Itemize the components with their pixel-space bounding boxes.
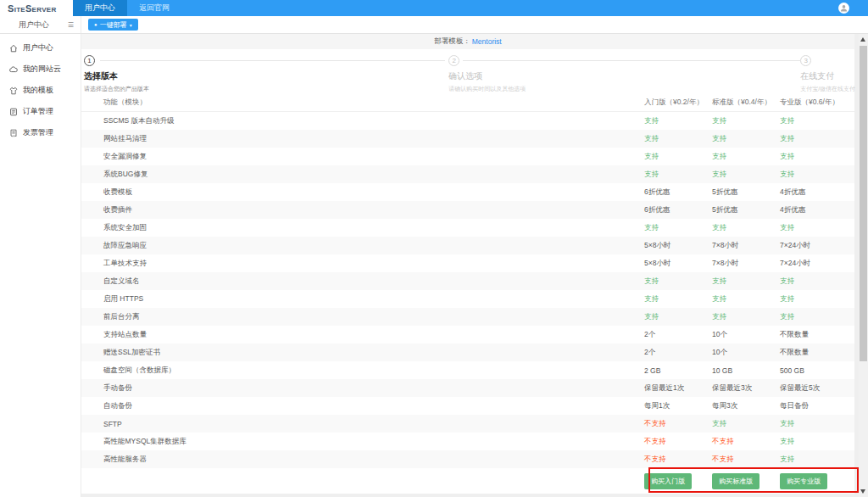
table-row: 系统安全加固支持支持支持 [81,219,854,237]
menu-icon[interactable]: ☰ [68,21,74,29]
feature-value: 支持 [775,437,843,447]
step-subtitle: 请选择适合您的产品版本 [84,85,149,93]
table-row: 手动备份保留最近1次保留最近3次保留最近5次 [81,379,854,397]
feature-value: 支持 [775,455,843,465]
feature-name: 支持站点数量 [81,330,639,340]
user-avatar[interactable] [838,3,849,14]
feature-name: 自定义域名 [81,276,639,287]
table-row: 高性能服务器不支持不支持支持 [81,450,854,468]
table-row: 收费插件6折优惠5折优惠4折优惠 [81,201,854,219]
feature-value: 10个 [707,330,775,340]
scrollbar-thumb[interactable] [860,46,867,361]
table-row: 网站挂马清理支持支持支持 [81,130,854,148]
home-icon [9,44,18,53]
table-row: 高性能MYSQL集群数据库不支持不支持支持 [81,433,854,450]
feature-value: 支持 [775,170,843,180]
table-row: 故障应急响应5×8小时7×8小时7×24小时 [81,237,854,254]
feature-name: 前后台分离 [81,312,639,322]
step-1: 1选择版本请选择适合您的产品版本 [84,55,149,93]
feature-value: 支持 [707,312,775,322]
step-title: 选择版本 [84,70,149,82]
stepper-line [100,60,445,61]
feature-value: 支持 [639,312,707,322]
page-content: 部署模板： Mentorist 1选择版本请选择适合您的产品版本2确认选项请确认… [81,34,859,497]
feature-value: 5折优惠 [707,187,775,198]
feature-value: 支持 [707,170,775,180]
buy-button[interactable]: 购买入门版 [644,473,692,489]
chevron-down-icon: ▾ [130,22,132,28]
feature-value: 每周1次 [639,401,707,411]
feature-value: 支持 [707,419,775,429]
feature-value: 支持 [707,276,775,287]
feature-value: 5折优惠 [707,205,775,215]
plan-column-header: 标准版（¥0.4/年） [707,98,775,108]
table-row: 磁盘空间（含数据库）2 GB10 GB500 GB [81,361,854,379]
sidebar: 用户中心我的网站云我的模板订单管理发票管理 [0,34,81,497]
feature-name: 网站挂马清理 [81,134,639,144]
deploy-dot-icon: ● [94,22,97,27]
feature-name: 高性能MYSQL集群数据库 [81,437,639,447]
step-subtitle: 支付宝/微信在线支付 [800,85,855,93]
feature-value: 保留最近1次 [639,383,707,394]
buy-button-cell: 购买专业版 [775,473,843,489]
feature-value: 支持 [639,294,707,304]
feature-value: 不限数量 [775,330,843,340]
sidebar-title: 用户中心 [19,20,49,31]
plan-column-header: 专业版（¥0.6/年） [775,98,843,108]
deploy-template-notice: 部署模板： Mentorist [81,34,854,49]
table-row: 支持站点数量2个10个不限数量 [81,326,854,343]
template-link[interactable]: Mentorist [472,37,502,46]
buy-button-cell: 购买标准版 [707,473,775,489]
feature-value: 不限数量 [775,348,843,358]
feature-name: 启用 HTTPS [81,294,639,304]
feature-value: 不支持 [639,419,707,429]
scroll-up-icon[interactable] [860,37,865,42]
feature-value: 支持 [775,294,843,304]
feature-name: SFTP [81,420,639,428]
orders-icon [9,108,18,116]
feature-value: 支持 [775,152,843,162]
feature-value: 每日备份 [775,401,843,411]
table-row: 工单技术支持5×8小时7×8小时7×24小时 [81,254,854,272]
siteserver-logo: SiteServer [8,3,57,14]
step-2: 2确认选项请确认购买时间以及其他选项 [448,55,526,93]
feature-column-header: 功能（模块） [81,98,639,108]
feature-value: 10 GB [707,366,775,375]
feature-value: 2个 [639,330,707,340]
sidebar-item-我的模板[interactable]: 我的模板 [0,80,81,101]
feature-name: 系统安全加固 [81,223,639,233]
feature-value: 500 GB [775,366,843,375]
header-tab[interactable]: 用户中心 [73,0,127,16]
sidebar-item-发票管理[interactable]: 发票管理 [0,122,81,143]
main-area: 用户中心我的网站云我的模板订单管理发票管理 部署模板： Mentorist 1选… [0,34,868,497]
feature-value: 不支持 [639,437,707,447]
sidebar-item-用户中心[interactable]: 用户中心 [0,37,81,59]
feature-value: 支持 [775,223,843,233]
vertical-scrollbar[interactable] [859,34,868,497]
buy-buttons-row: 购买入门版购买标准版购买专业版 [81,468,854,494]
scroll-down-icon[interactable] [860,489,865,494]
feature-name: 磁盘空间（含数据库） [81,366,639,376]
table-row: 安全漏洞修复支持支持支持 [81,148,854,165]
sidebar-item-订单管理[interactable]: 订单管理 [0,101,81,122]
buy-button[interactable]: 购买标准版 [712,473,760,489]
feature-value: 支持 [775,116,843,126]
table-row: 前后台分离支持支持支持 [81,308,854,326]
feature-name: 收费模板 [81,187,639,198]
one-click-deploy-button[interactable]: ● 一键部署 ▾ [88,19,138,31]
feature-name: 故障应急响应 [81,241,639,251]
table-row: 启用 HTTPS支持支持支持 [81,290,854,308]
feature-value: 2 GB [639,366,707,375]
buy-button[interactable]: 购买专业版 [780,473,827,489]
table-row: SFTP不支持支持支持 [81,415,854,433]
sidebar-item-我的网站云[interactable]: 我的网站云 [0,59,81,80]
top-header: SiteServer 用户中心返回官网 [0,0,868,16]
header-tab[interactable]: 返回官网 [127,0,181,16]
step-number: 1 [84,55,95,66]
sidebar-item-label: 发票管理 [23,127,53,138]
feature-value: 支持 [775,276,843,287]
table-row: 收费模板6折优惠5折优惠4折优惠 [81,183,854,201]
feature-value: 保留最近3次 [707,383,775,394]
sidebar-header: 用户中心 ☰ [0,16,81,33]
feature-value: 支持 [707,152,775,162]
